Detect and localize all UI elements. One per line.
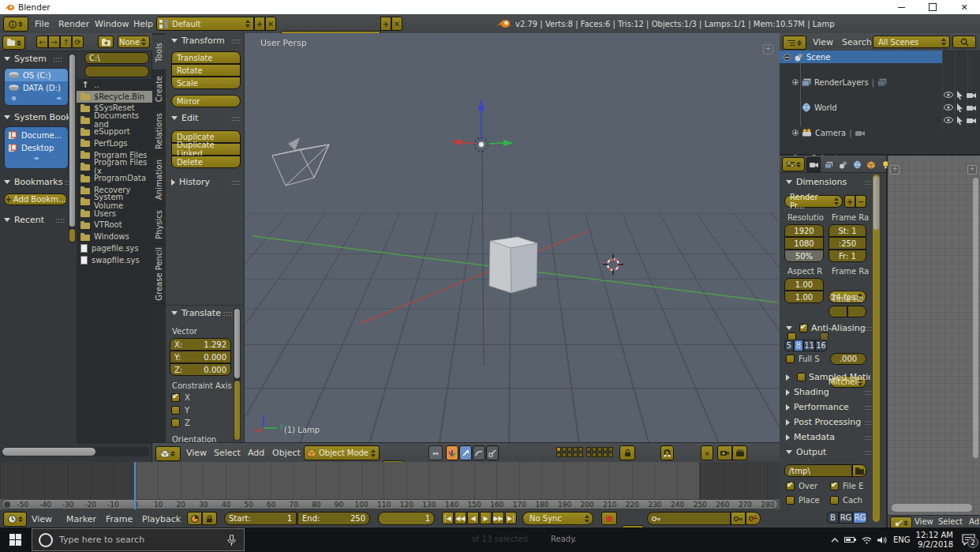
vector-x-field[interactable]: X:1.292 <box>170 338 231 351</box>
speaker-icon[interactable] <box>877 536 888 544</box>
minimize-button[interactable] <box>885 0 917 14</box>
editor-type-outliner-button[interactable] <box>783 36 806 50</box>
back-button[interactable]: ← <box>36 36 48 48</box>
eye-icon[interactable] <box>944 104 953 111</box>
file-row[interactable]: PerfLogs <box>77 137 152 149</box>
render-restrict-icon[interactable] <box>967 104 976 111</box>
prev-keyframe-button[interactable]: ◀◀ <box>454 512 466 524</box>
snap-target-button[interactable]: ⚹ <box>701 445 713 460</box>
collapse-icon[interactable] <box>784 54 791 61</box>
outliner-row-world[interactable]: World <box>802 101 959 114</box>
tool-shelf-scrollbar[interactable] <box>234 308 241 441</box>
file-row[interactable]: Documents and <box>77 114 152 126</box>
aa-sample-8[interactable]: 8 <box>794 340 803 351</box>
node-menu-add[interactable]: Ad <box>969 517 979 526</box>
render-preset-selector[interactable]: Render Pr... <box>784 195 843 208</box>
region-expand-icon[interactable]: + <box>967 165 977 175</box>
current-frame-marker[interactable] <box>134 462 136 509</box>
layer-toggle[interactable] <box>586 447 591 452</box>
aspect-y-field[interactable]: 1.00 <box>784 291 824 303</box>
outliner-menu-search[interactable]: Search <box>842 37 872 47</box>
display-mode-selector[interactable]: None <box>118 36 150 48</box>
output-path-browse-button[interactable] <box>852 464 866 477</box>
mode-selector[interactable]: Object Mode <box>304 445 380 460</box>
metadata-panel-header[interactable]: Metadata <box>786 432 874 442</box>
new-directory-button[interactable] <box>98 36 114 48</box>
timeline-track[interactable] <box>0 462 780 499</box>
translate-button[interactable]: Translate <box>171 51 241 64</box>
tab-relations[interactable]: Relations <box>152 109 166 154</box>
dimensions-panel-header[interactable]: Dimensions <box>786 177 874 187</box>
drag-handle-icon[interactable]: ≡ <box>56 95 62 102</box>
layer-toggle[interactable] <box>578 452 583 457</box>
frame-start-field[interactable]: St: 1 <box>829 224 866 237</box>
insert-keyframe-button[interactable] <box>731 512 746 525</box>
tab-world[interactable] <box>851 158 863 171</box>
forward-button[interactable]: → <box>48 36 60 48</box>
layer-toggle[interactable] <box>597 447 602 452</box>
vp-menu-add[interactable]: Add <box>248 448 264 458</box>
drag-handle-icon[interactable]: ≡ <box>34 155 39 162</box>
pointer-icon[interactable] <box>956 91 963 100</box>
drive-item-c[interactable]: OS (C:) <box>5 69 68 81</box>
mirror-button[interactable]: Mirror <box>171 95 241 107</box>
system-bookmarks-header[interactable]: System Book <box>4 112 71 122</box>
tl-menu-playback[interactable]: Playback <box>142 514 181 524</box>
start-button[interactable] <box>0 528 30 551</box>
res-x-field[interactable]: 1920 <box>784 224 824 237</box>
aa-samples-toggle[interactable]: 5 8 11 16 <box>784 340 827 351</box>
file-row[interactable]: ProgramData <box>77 172 152 184</box>
render-restrict-icon[interactable] <box>967 92 976 99</box>
tray-chevron-icon[interactable] <box>831 538 839 543</box>
play-reverse-button[interactable]: ◀ <box>467 512 479 524</box>
screen-layout-selector[interactable]: Default <box>156 17 254 31</box>
layer-toggle[interactable] <box>592 452 597 457</box>
refresh-button[interactable]: ⟳ <box>72 36 84 48</box>
node-menu-select[interactable]: Select <box>938 517 963 526</box>
layer-toggle[interactable] <box>578 447 583 452</box>
add-scene-button[interactable]: + <box>380 17 391 31</box>
transform-panel-header[interactable]: Transform <box>171 36 241 46</box>
outliner-row-scene[interactable]: Scene <box>780 51 942 63</box>
tab-grease-pencil[interactable]: Grease Pencil <box>152 245 166 304</box>
layers-widget-a[interactable] <box>556 447 583 457</box>
viewport-3d[interactable]: User Persp x y (1) Lamp + <box>245 33 780 442</box>
bookmark-item-desktop[interactable]: Desktop <box>5 141 68 154</box>
depth-bw[interactable]: B <box>827 512 839 524</box>
file-row[interactable]: pagefile.sys <box>77 242 152 254</box>
current-frame-field[interactable]: 1 <box>378 512 435 525</box>
add-bookmark-button[interactable]: +Add Bookm... <box>4 193 67 205</box>
remove-preset-button[interactable]: − <box>855 195 866 208</box>
bookmark-item-documents[interactable]: Docume... <box>5 129 68 141</box>
lock-to-scene-toggle[interactable] <box>619 445 635 460</box>
node-editor-hscrollbar[interactable] <box>892 504 972 512</box>
system-panel-header[interactable]: System <box>4 54 62 64</box>
delete-scene-button[interactable]: ✕ <box>391 17 402 31</box>
edit-panel-header[interactable]: Edit <box>171 113 241 123</box>
tab-render[interactable] <box>806 157 821 172</box>
bookmarks-header[interactable]: Bookmarks <box>4 177 72 187</box>
layer-toggle[interactable] <box>567 452 572 457</box>
layer-toggle[interactable] <box>562 452 567 457</box>
aa-sample-5[interactable]: 5 <box>784 340 794 351</box>
scenes-filter-selector[interactable]: All Scenes <box>873 36 950 48</box>
aa-size-field[interactable]: .000 <box>830 353 866 365</box>
outliner-search-button[interactable] <box>952 36 976 48</box>
drive-item-d[interactable]: DATA (D:) <box>5 81 68 94</box>
delete-layout-button[interactable]: ✕ <box>265 17 276 31</box>
depth-rgba[interactable]: RG <box>853 512 867 524</box>
close-button[interactable]: ✕ <box>948 0 980 14</box>
eye-icon[interactable] <box>944 92 953 98</box>
sidebar-scrollbar[interactable] <box>69 54 76 243</box>
depth-rgb[interactable]: RG <box>839 512 853 524</box>
filename-field[interactable] <box>84 66 149 77</box>
node-menu-view[interactable]: View <box>915 517 933 526</box>
tab-object[interactable] <box>865 158 877 171</box>
region-expand-icon[interactable]: + <box>890 165 900 175</box>
full-sample-checkbox[interactable]: Full S <box>786 355 820 363</box>
tab-tools[interactable]: Tools <box>152 35 166 70</box>
file-row[interactable]: VTRoot <box>77 220 152 231</box>
layers-widget-b[interactable] <box>586 447 613 457</box>
res-y-field[interactable]: 1080 <box>784 237 824 250</box>
next-keyframe-button[interactable]: ▶▶ <box>492 512 504 524</box>
